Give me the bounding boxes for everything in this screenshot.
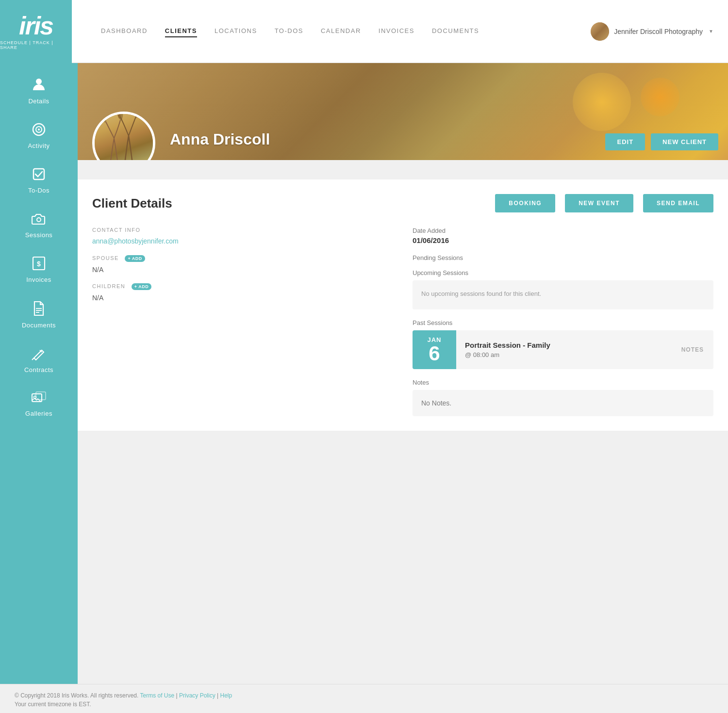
document-icon [33, 301, 45, 319]
camera-icon [32, 211, 46, 228]
privacy-link[interactable]: Privacy Policy [179, 692, 215, 699]
left-column: CONTACT INFO anna@photosbyjennifer.com S… [92, 227, 393, 416]
sidebar-todos-label: To-Dos [28, 187, 50, 194]
nav-todos[interactable]: TO-DOS [275, 25, 303, 37]
edit-button[interactable]: EDIT [605, 133, 645, 150]
children-label: CHILDREN + Add [92, 283, 393, 290]
client-details-title: Client Details [92, 196, 485, 211]
past-session-card: JAN 6 Portrait Session - Family @ 08:00 … [413, 330, 713, 369]
user-name: Jennifer Driscoll Photography [614, 28, 703, 35]
nav-clients[interactable]: CLIENTS [165, 25, 197, 37]
galleries-icon [31, 391, 47, 407]
terms-link[interactable]: Terms of Use [140, 692, 175, 699]
user-menu[interactable]: Jennifer Driscoll Photography ▼ [591, 22, 713, 41]
svg-rect-12 [36, 392, 46, 400]
nav-calendar[interactable]: CALENDAR [321, 25, 361, 37]
footer: © Copyright 2018 Iris Works. All rights … [0, 684, 728, 713]
svg-point-0 [36, 79, 42, 84]
sidebar: Details Activity To-Dos [0, 63, 78, 684]
new-client-button[interactable]: NEW CLIENT [651, 133, 718, 150]
svg-point-3 [38, 129, 40, 130]
user-avatar [591, 22, 609, 41]
profile-banner: Anna Driscoll EDIT NEW CLIENT [78, 63, 728, 160]
spouse-label: SPOUSE + Add [92, 255, 393, 262]
session-day: 6 [429, 343, 440, 364]
past-sessions-label: Past Sessions [413, 319, 713, 326]
footer-line1: © Copyright 2018 Iris Works. All rights … [15, 692, 713, 699]
nav-dashboard[interactable]: DASHBOARD [101, 25, 148, 37]
banner-actions: EDIT NEW CLIENT [605, 133, 718, 150]
session-notes-button[interactable]: NOTES [672, 346, 713, 353]
logo-text: iris [19, 13, 53, 38]
sidebar-item-invoices[interactable]: $ Invoices [0, 247, 78, 292]
session-name: Portrait Session - Family [465, 341, 663, 349]
sidebar-details-label: Details [28, 97, 49, 105]
pending-sessions-label: Pending Sessions [413, 254, 713, 261]
two-column-layout: CONTACT INFO anna@photosbyjennifer.com S… [92, 227, 713, 416]
date-added-label: Date Added [413, 227, 713, 234]
add-spouse-badge[interactable]: + Add [125, 255, 145, 262]
sidebar-item-documents[interactable]: Documents [0, 292, 78, 338]
content-area: Anna Driscoll EDIT NEW CLIENT Client Det… [78, 63, 728, 684]
person-icon [31, 77, 47, 95]
copyright-text: © Copyright 2018 Iris Works. All rights … [15, 692, 138, 699]
sidebar-item-todos[interactable]: To-Dos [0, 158, 78, 203]
sidebar-item-galleries[interactable]: Galleries [0, 382, 78, 426]
add-children-badge[interactable]: + Add [132, 283, 151, 290]
contracts-icon [31, 346, 47, 363]
spouse-value: N/A [92, 266, 393, 274]
nav-locations[interactable]: LOCATIONS [215, 25, 257, 37]
notes-empty-text: No Notes. [421, 399, 451, 407]
nav-documents[interactable]: DOCUMENTS [432, 25, 479, 37]
nav-invoices[interactable]: INVOICES [379, 25, 414, 37]
upcoming-sessions-label: Upcoming Sessions [413, 269, 713, 276]
sidebar-sessions-label: Sessions [25, 231, 53, 239]
logo-tagline: SCHEDULE | TRACK | SHARE [0, 40, 72, 50]
sidebar-activity-label: Activity [28, 142, 50, 149]
session-info: Portrait Session - Family @ 08:00 am [456, 334, 672, 365]
sidebar-contracts-label: Contracts [24, 366, 53, 373]
sidebar-item-details[interactable]: Details [0, 68, 78, 113]
profile-picture [92, 112, 155, 160]
sidebar-galleries-label: Galleries [25, 410, 52, 417]
sidebar-item-sessions[interactable]: Sessions [0, 203, 78, 247]
client-email[interactable]: anna@photosbyjennifer.com [92, 237, 179, 245]
top-nav: iris SCHEDULE | TRACK | SHARE DASHBOARD … [0, 0, 728, 63]
svg-text:$: $ [37, 260, 41, 268]
sidebar-item-contracts[interactable]: Contracts [0, 338, 78, 382]
send-email-button[interactable]: SEND EMAIL [643, 194, 713, 212]
children-value: N/A [92, 294, 393, 302]
help-link[interactable]: Help [220, 692, 232, 699]
svg-point-5 [37, 218, 41, 222]
main-layout: Details Activity To-Dos [0, 63, 728, 684]
todo-icon [32, 167, 46, 184]
notes-box: No Notes. [413, 390, 713, 416]
session-time: @ 08:00 am [465, 351, 663, 358]
main-nav: DASHBOARD CLIENTS LOCATIONS TO-DOS CALEN… [101, 25, 591, 37]
right-column: Date Added 01/06/2016 Pending Sessions U… [413, 227, 713, 416]
session-date-badge: JAN 6 [413, 330, 456, 369]
new-event-button[interactable]: NEW EVENT [565, 194, 633, 212]
dropdown-arrow-icon: ▼ [709, 29, 713, 34]
client-name-banner: Anna Driscoll [170, 130, 270, 148]
upcoming-sessions-box: No upcoming sessions found for this clie… [413, 280, 713, 309]
sidebar-item-activity[interactable]: Activity [0, 113, 78, 158]
client-details-section: Client Details BOOKING NEW EVENT SEND EM… [78, 179, 728, 431]
no-upcoming-text: No upcoming sessions found for this clie… [421, 290, 541, 297]
client-details-header: Client Details BOOKING NEW EVENT SEND EM… [92, 194, 713, 212]
logo[interactable]: iris SCHEDULE | TRACK | SHARE [0, 0, 72, 63]
footer-timezone: Your current timezone is EST. [15, 701, 713, 708]
date-added-value: 01/06/2016 [413, 236, 713, 244]
booking-button[interactable]: BOOKING [495, 194, 555, 212]
sidebar-documents-label: Documents [22, 322, 56, 329]
invoice-icon: $ [32, 256, 46, 273]
sidebar-invoices-label: Invoices [26, 276, 51, 283]
contact-info-label: CONTACT INFO [92, 227, 393, 233]
activity-icon [32, 122, 46, 139]
notes-label: Notes [413, 379, 713, 386]
